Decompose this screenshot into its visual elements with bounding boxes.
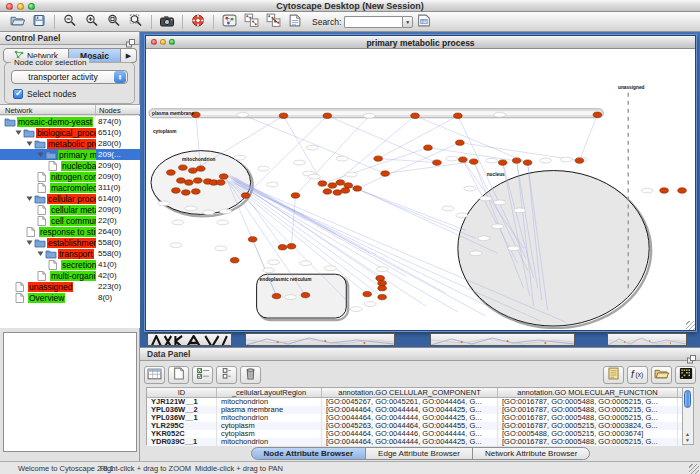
zoom-selected-button[interactable]: [125, 13, 147, 30]
background-window-sliver[interactable]: [430, 333, 575, 346]
select-nodes-checkbox[interactable]: [13, 89, 23, 99]
column-header-annotation-go-cellular-component[interactable]: annotation.GO CELLULAR_COMPONENT: [322, 388, 498, 397]
expander-icon[interactable]: [37, 250, 45, 257]
help-button[interactable]: [187, 13, 209, 30]
network-window-titlebar[interactable]: primary metabolic process: [146, 36, 695, 49]
app-resize-grip[interactable]: [689, 464, 699, 474]
notes-button[interactable]: [603, 366, 624, 384]
select-attributes-button[interactable]: [144, 366, 165, 384]
tab-network-attribute-browser[interactable]: Network Attribute Browser: [472, 447, 590, 460]
background-windows: [145, 332, 696, 347]
tab-node-attribute-browser[interactable]: Node Attribute Browser: [251, 447, 367, 460]
zoom-in-button[interactable]: [81, 13, 103, 30]
save-button[interactable]: [28, 13, 50, 30]
select-nodes-label: Select nodes: [27, 89, 76, 99]
tree-row-biological-process[interactable]: biological_process651(0): [0, 127, 140, 138]
table-row-ypl036w-2[interactable]: YPL036W__2plasma membrane[GO:0044464, GO…: [147, 406, 682, 414]
tree-row-multi-organism-pro[interactable]: multi-organism pro42(0): [0, 270, 140, 281]
create-attribute-icon: [173, 366, 185, 384]
scrollbar-arrows-icon[interactable]: ▲▼: [683, 431, 692, 443]
node-color-dropdown[interactable]: transporter activity ▲▼: [11, 70, 128, 84]
tree-row-cellular-metabo[interactable]: cellular metabo209(0): [0, 204, 140, 215]
cell: plasma membrane: [217, 406, 322, 414]
table-scrollbar[interactable]: ▲▼: [683, 387, 694, 445]
annotation-button[interactable]: [284, 13, 306, 30]
tree-row-mosaic-demo-yeast[interactable]: mosaic-demo-yeast874(0): [0, 116, 140, 127]
delete-icon: [244, 366, 257, 384]
table-row-ykr052c[interactable]: YKR052Ccytoplasm[GO:0044464, GO:0044446,…: [147, 430, 682, 438]
scrollbar-thumb[interactable]: [684, 390, 691, 408]
tree-row-macromolecule[interactable]: macromolecule311(0): [0, 182, 140, 193]
expander-icon[interactable]: [26, 140, 34, 147]
background-window-sliver[interactable]: [607, 333, 687, 346]
table-row-yjr121w-1[interactable]: YJR121W__1mitochondrion[GO:0045267, GO:0…: [147, 398, 682, 406]
tab-edge-attribute-browser[interactable]: Edge Attribute Browser: [365, 447, 473, 460]
expander-icon[interactable]: [26, 239, 34, 246]
file-icon: [37, 216, 50, 226]
background-window-sliver[interactable]: [245, 333, 395, 346]
cell: YDR039C__1: [147, 438, 217, 446]
snapshot-button[interactable]: [156, 13, 178, 30]
tree-row-unassigned[interactable]: unassigned223(0): [0, 281, 140, 292]
cell: [GO:0005488, GO:0005215, GO:0003674]: [498, 430, 678, 438]
manage-networks-button[interactable]: [240, 13, 262, 30]
expander-icon[interactable]: [37, 151, 45, 158]
delete-attributes-button[interactable]: [192, 366, 213, 384]
import-attributes-button[interactable]: [651, 366, 672, 384]
tree-row-cell-communicat[interactable]: cell communicat22(0): [0, 215, 140, 226]
file-icon: [37, 172, 50, 182]
tree-label: metabolic process: [47, 139, 96, 149]
table-row-ydr039c-1[interactable]: YDR039C__1mitochondrion[GO:0044464, GO:0…: [147, 438, 682, 446]
tree-row-overview[interactable]: Overview8(0): [0, 292, 140, 303]
attribute-search-button[interactable]: [413, 13, 435, 30]
folder-icon: [45, 150, 58, 160]
tree-label: nitrogen compo: [50, 172, 96, 182]
window-resize-grip[interactable]: [686, 321, 695, 330]
cell: [GO:0044464, GO:0044444, GO:0044425, G..…: [322, 438, 498, 446]
create-attribute-button[interactable]: [168, 366, 189, 384]
node-count: 558(0): [98, 238, 121, 247]
search-input[interactable]: [344, 16, 402, 28]
attribute-table-header[interactable]: ID_cellularLayoutRegionannotation.GO CEL…: [147, 388, 682, 398]
expander-icon[interactable]: [15, 129, 23, 136]
tree-row-response-to-stimulu[interactable]: response to stimulu264(0): [0, 226, 140, 237]
network-window-title: primary metabolic process: [146, 38, 695, 48]
zoom-fit-button[interactable]: [103, 13, 125, 30]
cell: [GO:0045263, GO:0044464, GO:0044455, G..…: [322, 422, 498, 430]
tree-row-primary-metabo[interactable]: primary metabo209(...: [0, 149, 140, 160]
file-icon: [37, 205, 50, 215]
attribute-batch-button[interactable]: [216, 366, 237, 384]
network-overlay-icon: [266, 13, 281, 31]
tab-overflow-arrow[interactable]: ▶: [121, 48, 137, 63]
zoom-out-button[interactable]: [59, 13, 81, 30]
tree-row-transport[interactable]: transport558(0): [0, 248, 140, 259]
network-overlay-button[interactable]: [262, 13, 284, 30]
tree-row-cellular-process[interactable]: cellular process614(0): [0, 193, 140, 204]
delete-button[interactable]: [240, 366, 261, 384]
node-count: 223(0): [98, 282, 121, 291]
vizmapper-button[interactable]: [218, 13, 240, 30]
network-canvas[interactable]: plasma membranecytoplasmmitochondrionnuc…: [147, 49, 694, 329]
column-header-annotation-go-molecular-function[interactable]: annotation.GO MOLECULAR_FUNCTION: [498, 388, 678, 397]
table-row-ylr295c[interactable]: YLR295Ccytoplasm[GO:0045263, GO:0044464,…: [147, 422, 682, 430]
tree-row-metabolic-process[interactable]: metabolic process280(0): [0, 138, 140, 149]
tree-row-secretion[interactable]: secretion41(0): [0, 259, 140, 270]
open-file-icon: [10, 13, 25, 31]
birdseye-view-panel[interactable]: [3, 332, 137, 452]
background-window-sliver[interactable]: [147, 333, 232, 346]
column-header-id[interactable]: ID: [147, 388, 217, 397]
expander-icon[interactable]: [26, 195, 34, 202]
function-builder-button[interactable]: f(x): [627, 366, 648, 384]
search-dropdown-arrow-icon[interactable]: ▼: [402, 16, 413, 28]
node-count: 614(0): [98, 194, 121, 203]
table-row-ypl036w-1[interactable]: YPL036W__1mitochondrion[GO:0044464, GO:0…: [147, 414, 682, 422]
help-icon: [191, 13, 205, 31]
column-header-cellularlayoutregion[interactable]: _cellularLayoutRegion: [217, 388, 322, 397]
open-file-button[interactable]: [6, 13, 28, 30]
tree-row-nitrogen-compo[interactable]: nitrogen compo209(0): [0, 171, 140, 182]
tree-row-establishment-of-lo[interactable]: establishment of lo558(0): [0, 237, 140, 248]
attribute-matrix-button[interactable]: [675, 366, 696, 384]
vizmapper-icon: [222, 13, 237, 31]
tree-row-nucleobase[interactable]: nucleobase-209(0): [0, 160, 140, 171]
node-count: 42(0): [98, 271, 117, 280]
